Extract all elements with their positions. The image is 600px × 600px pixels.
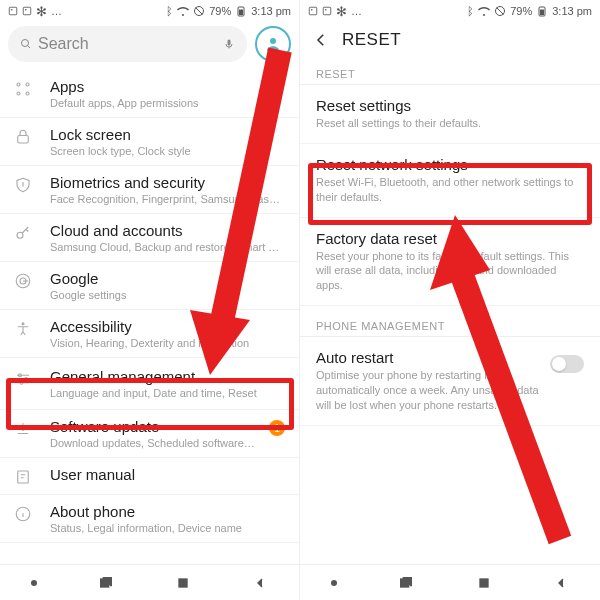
status-bar: ✻ … ᛒ 79% 3:13 pm — [0, 0, 299, 22]
biometrics-row[interactable]: Biometrics and securityFace Recognition,… — [0, 166, 299, 214]
google-row[interactable]: GoogleGoogle settings — [0, 262, 299, 310]
back-button[interactable] — [252, 575, 268, 591]
svg-rect-0 — [9, 7, 17, 15]
row-title: Google — [50, 270, 285, 287]
picture-icon — [22, 6, 32, 16]
update-badge: 1 — [269, 420, 285, 436]
right-screenshot: ✻ … ᛒ 79% 3:13 pm RESET RESET Reset sett… — [300, 0, 600, 600]
svg-rect-8 — [228, 40, 231, 46]
svg-rect-21 — [18, 471, 29, 483]
shield-icon — [14, 176, 32, 194]
row-title: User manual — [50, 466, 285, 483]
row-sub: Vision, Hearing, Dexterity and interacti… — [50, 337, 285, 349]
bluetooth-icon: ᛒ — [166, 5, 173, 17]
entry-title: Reset settings — [316, 97, 584, 114]
search-input[interactable]: Search — [8, 26, 247, 62]
row-sub: Status, Legal information, Device name — [50, 522, 285, 534]
mic-icon[interactable] — [223, 38, 235, 50]
cloud-row[interactable]: Cloud and accountsSamsung Cloud, Backup … — [0, 214, 299, 262]
svg-point-1 — [11, 9, 13, 11]
section-phone-mgmt: PHONE MANAGEMENT — [300, 310, 600, 337]
more-icon: ✻ — [336, 4, 347, 19]
key-icon — [14, 224, 32, 242]
svg-point-13 — [26, 92, 29, 95]
no-sim-icon — [193, 5, 205, 17]
row-sub: Face Recognition, Fingerprint, Samsung P… — [50, 193, 285, 205]
entry-sub: Reset all settings to their defaults. — [316, 116, 584, 131]
user-manual-row[interactable]: User manual — [0, 458, 299, 495]
svg-point-29 — [325, 9, 327, 11]
home-button[interactable] — [476, 575, 492, 591]
home-button[interactable] — [175, 575, 191, 591]
about-phone-row[interactable]: About phoneStatus, Legal information, De… — [0, 495, 299, 543]
software-update-row[interactable]: Software updateDownload updates, Schedul… — [0, 410, 299, 458]
search-row: Search — [0, 22, 299, 70]
reset-network-entry[interactable]: Reset network settings Reset Wi-Fi, Blue… — [300, 144, 600, 218]
recents-button[interactable] — [398, 575, 414, 591]
settings-list: AppsDefault apps, App permissions Lock s… — [0, 70, 299, 564]
section-reset: RESET — [300, 58, 600, 85]
accessibility-row[interactable]: AccessibilityVision, Hearing, Dexterity … — [0, 310, 299, 358]
svg-rect-26 — [309, 7, 317, 15]
battery-icon — [235, 5, 247, 17]
row-sub: Download updates, Scheduled software… — [50, 437, 269, 449]
info-icon — [14, 505, 32, 523]
back-icon[interactable] — [312, 31, 330, 49]
svg-rect-32 — [540, 10, 544, 16]
entry-sub: Optimise your phone by restarting it aut… — [316, 368, 540, 413]
svg-rect-2 — [23, 7, 31, 15]
lockscreen-row[interactable]: Lock screenScreen lock type, Clock style — [0, 118, 299, 166]
battery-percent: 79% — [209, 5, 231, 17]
row-title: Biometrics and security — [50, 174, 285, 191]
row-title: About phone — [50, 503, 285, 520]
battery-icon — [536, 5, 548, 17]
row-title: Software update — [50, 418, 269, 435]
row-sub: Default apps, App permissions — [50, 97, 285, 109]
svg-point-3 — [25, 9, 27, 11]
android-navbar — [0, 564, 299, 600]
entry-title: Auto restart — [316, 349, 540, 366]
svg-point-27 — [311, 9, 313, 11]
general-management-row[interactable]: General managementLanguage and input, Da… — [0, 358, 299, 410]
row-title: Apps — [50, 78, 285, 95]
manual-icon — [14, 468, 32, 486]
assistant-dot[interactable] — [31, 580, 37, 586]
svg-point-7 — [22, 40, 29, 47]
entry-title: Factory data reset — [316, 230, 584, 247]
picture-icon — [322, 6, 332, 16]
accessibility-icon — [14, 320, 32, 338]
row-sub: Language and input, Date and time, Reset — [50, 387, 285, 399]
svg-point-11 — [26, 83, 29, 86]
search-placeholder: Search — [38, 35, 89, 53]
left-screenshot: ✻ … ᛒ 79% 3:13 pm Search — [0, 0, 300, 600]
status-bar: ✻ … ᛒ 79% 3:13 pm — [300, 0, 600, 22]
svg-rect-6 — [239, 10, 243, 16]
apps-icon — [14, 80, 32, 98]
more-icon: ✻ — [36, 4, 47, 19]
account-button[interactable] — [255, 26, 291, 62]
search-icon — [20, 38, 32, 50]
svg-point-17 — [22, 322, 25, 325]
entry-title: Reset network settings — [316, 156, 584, 173]
row-title: Cloud and accounts — [50, 222, 285, 239]
auto-restart-toggle[interactable] — [550, 355, 584, 373]
google-icon — [14, 272, 32, 290]
reset-settings-entry[interactable]: Reset settings Reset all settings to the… — [300, 85, 600, 144]
recents-button[interactable] — [98, 575, 114, 591]
svg-rect-14 — [18, 136, 29, 144]
clock-time: 3:13 pm — [552, 5, 592, 17]
wifi-icon — [177, 5, 189, 17]
factory-reset-entry[interactable]: Factory data reset Reset your phone to i… — [300, 218, 600, 307]
page-title: RESET — [342, 30, 401, 50]
assistant-dot[interactable] — [331, 580, 337, 586]
battery-percent: 79% — [510, 5, 532, 17]
svg-point-9 — [270, 38, 276, 44]
picture-icon — [8, 6, 18, 16]
apps-row[interactable]: AppsDefault apps, App permissions — [0, 70, 299, 118]
wifi-icon — [478, 5, 490, 17]
back-button[interactable] — [553, 575, 569, 591]
row-sub: Screen lock type, Clock style — [50, 145, 285, 157]
user-icon — [264, 35, 282, 53]
auto-restart-entry[interactable]: Auto restart Optimise your phone by rest… — [300, 337, 600, 426]
row-title: Accessibility — [50, 318, 285, 335]
